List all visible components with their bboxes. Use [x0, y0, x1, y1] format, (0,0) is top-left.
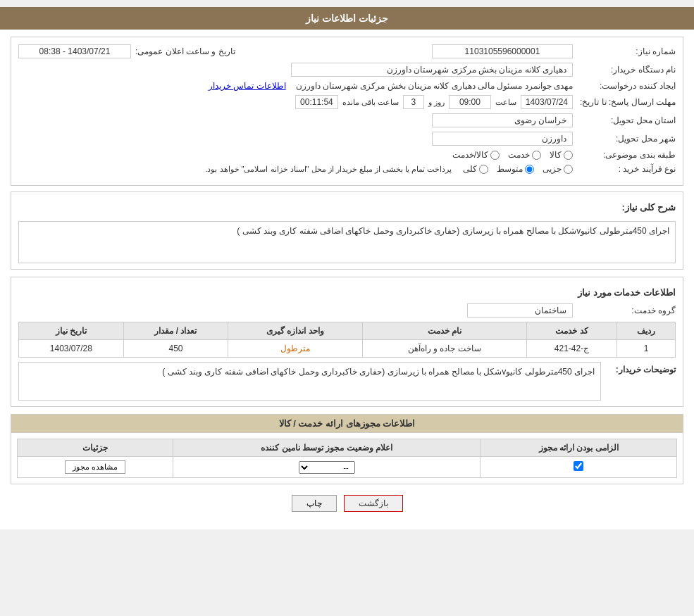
- col-quantity: تعداد / مقدار: [123, 322, 228, 340]
- province-row: استان محل تحویل: خراسان رضوی: [18, 113, 676, 127]
- permits-title: اطلاعات مجوزهای ارائه خدمت / کالا: [11, 415, 683, 433]
- public-announce-label: تاریخ و ساعت اعلان عمومی:: [135, 46, 235, 56]
- view-permit-button[interactable]: مشاهده مجوز: [65, 460, 125, 474]
- radio-product-label: کالا: [550, 150, 562, 160]
- permits-section: اطلاعات مجوزهای ارائه خدمت / کالا الزامی…: [11, 414, 683, 484]
- perm-col-details: جزئیات: [18, 439, 173, 457]
- cell-quantity: 450: [123, 340, 228, 358]
- cell-unit: مترطول: [228, 340, 362, 358]
- need-number-row: شماره نیاز: 1103105596000001 تاریخ و ساع…: [18, 44, 676, 58]
- col-service-code: کد خدمت: [527, 322, 617, 340]
- city-row: شهر محل تحویل: داورزن: [18, 132, 676, 146]
- main-info-section: شماره نیاز: 1103105596000001 تاریخ و ساع…: [11, 37, 683, 186]
- perm-table-row: -- مشاهده مجوز: [18, 457, 677, 478]
- header-title: جزئیات اطلاعات نیاز: [306, 13, 388, 24]
- send-date-label: مهلت ارسال پاسخ: تا تاریخ:: [577, 97, 676, 107]
- permits-table: الزامی بودن ارائه مجوز اعلام وضعیت مجوز …: [17, 439, 677, 478]
- cell-code: ج-42-421: [527, 340, 617, 358]
- buyer-org-row: نام دستگاه خریدار: دهیاری کلانه مزینان ب…: [18, 63, 676, 77]
- radio-medium-label: متوسط: [497, 164, 523, 174]
- perm-status-select[interactable]: --: [299, 461, 355, 474]
- send-time-label: ساعت: [495, 98, 516, 107]
- radio-product-service-item: کالا/خدمت: [452, 150, 500, 160]
- radio-medium-item: متوسط: [497, 164, 534, 174]
- service-group-value: ساختمان: [467, 303, 573, 318]
- purchase-type-label: نوع فرآیند خرید :: [577, 164, 676, 174]
- perm-status-cell: --: [173, 457, 480, 478]
- need-desc-row: شرح کلی نیاز:: [18, 198, 676, 217]
- radio-total-item: کلی: [463, 164, 488, 174]
- cell-row-num: 1: [617, 340, 676, 358]
- perm-col-required: الزامی بودن ارائه مجوز: [481, 439, 677, 457]
- perm-col-status: اعلام وضعیت مجوز توسط نامین کننده: [173, 439, 480, 457]
- send-date-row: مهلت ارسال پاسخ: تا تاریخ: 1403/07/24 سا…: [18, 95, 676, 109]
- permits-header: الزامی بودن ارائه مجوز اعلام وضعیت مجوز …: [18, 439, 677, 457]
- category-label: طبقه بندی موضوعی:: [577, 150, 676, 160]
- radio-product-item: کالا: [550, 150, 573, 160]
- buyer-org-label: نام دستگاه خریدار:: [577, 65, 676, 75]
- need-description-section: شرح کلی نیاز: اجرای 450مترطولی کانیوvشکل…: [11, 191, 683, 270]
- action-buttons: بازگشت چاپ: [11, 495, 683, 512]
- service-table-row: 1 ج-42-421 ساخت جاده و راه‌آهن مترطول 45…: [19, 340, 676, 358]
- purchase-type-row: نوع فرآیند خرید : جزیی متوسط کلی: [18, 164, 676, 174]
- radio-total-label: کلی: [463, 164, 477, 174]
- city-value: داورزن: [432, 132, 573, 146]
- purchase-radio-group: جزیی متوسط کلی: [463, 164, 573, 174]
- service-info-title: اطلاعات خدمات مورد نیاز: [18, 287, 676, 298]
- need-number-value: 1103105596000001: [432, 44, 573, 58]
- radio-total-input[interactable]: [479, 165, 488, 174]
- buyer-desc-text: اجرای 450مترطولی کانیوvشکل با مصالح همرا…: [18, 362, 601, 401]
- radio-product-input[interactable]: [564, 151, 573, 160]
- contact-link[interactable]: اطلاعات تماس خریدار: [209, 81, 286, 91]
- col-unit: واحد اندازه گیری: [228, 322, 362, 340]
- need-number-label: شماره نیاز:: [577, 46, 676, 56]
- back-button[interactable]: بازگشت: [344, 495, 403, 512]
- need-desc-text: اجرای 450مترطولی کانیوvشکل با مصالح همرا…: [18, 221, 676, 263]
- province-label: استان محل تحویل:: [577, 115, 676, 125]
- radio-service-input[interactable]: [532, 151, 541, 160]
- col-service-name: نام خدمت: [362, 322, 526, 340]
- radio-product-service-label: کالا/خدمت: [452, 150, 488, 160]
- send-remain-value: 00:11:54: [295, 95, 338, 109]
- send-days-label: روز و: [428, 98, 445, 107]
- purchase-note: پرداخت تمام یا بخشی از مبلغ خریدار از مح…: [205, 165, 452, 174]
- service-group-row: گروه خدمت: ساختمان: [18, 303, 676, 318]
- buyer-org-value: دهیاری کلانه مزینان بخش مرکزی شهرستان دا…: [291, 63, 573, 77]
- radio-partial-input[interactable]: [564, 165, 573, 174]
- city-label: شهر محل تحویل:: [577, 134, 676, 144]
- province-value: خراسان رضوی: [432, 113, 573, 127]
- radio-service-item: خدمت: [508, 150, 541, 160]
- need-desc-title: شرح کلی نیاز:: [621, 202, 676, 213]
- radio-medium-input[interactable]: [525, 165, 534, 174]
- cell-name: ساخت جاده و راه‌آهن: [362, 340, 526, 358]
- service-table-header: ردیف کد خدمت نام خدمت واحد اندازه گیری ت…: [19, 322, 676, 340]
- radio-product-service-input[interactable]: [490, 151, 500, 160]
- creator-row: ایجاد کننده درخواست: مهدی جوانمرد مسئول …: [18, 81, 676, 91]
- creator-label: ایجاد کننده درخواست:: [577, 81, 676, 91]
- buyer-desc-row: توضیحات خریدار: اجرای 450مترطولی کانیوvش…: [18, 362, 676, 401]
- service-table: ردیف کد خدمت نام خدمت واحد اندازه گیری ت…: [18, 322, 676, 358]
- creator-value: مهدی جوانمرد مسئول مالی دهیاری کلانه مزی…: [296, 81, 573, 91]
- radio-partial-item: جزیی: [543, 164, 573, 174]
- col-row-num: ردیف: [617, 322, 676, 340]
- buyer-desc-label: توضیحات خریدار:: [605, 362, 676, 375]
- send-date-value: 1403/07/24: [521, 95, 573, 109]
- service-info-section: اطلاعات خدمات مورد نیاز گروه خدمت: ساختم…: [11, 277, 683, 407]
- public-announce-value: 1403/07/21 - 08:38: [18, 44, 131, 58]
- category-row: طبقه بندی موضوعی: کالا خدمت کالا/خدمت: [18, 150, 676, 160]
- print-button[interactable]: چاپ: [292, 495, 337, 512]
- send-days-value: 3: [403, 95, 424, 109]
- send-remain-label: ساعت باقی مانده: [342, 98, 399, 107]
- radio-service-label: خدمت: [508, 150, 530, 160]
- perm-required-cell: [481, 457, 677, 478]
- col-need-date: تاریخ نیاز: [19, 322, 124, 340]
- radio-partial-label: جزیی: [543, 164, 562, 174]
- page-header: جزئیات اطلاعات نیاز: [0, 7, 694, 30]
- category-radio-group: کالا خدمت کالا/خدمت: [452, 150, 573, 160]
- service-group-label: گروه خدمت:: [577, 306, 676, 315]
- send-time-value: 09:00: [449, 95, 491, 109]
- cell-date: 1403/07/28: [19, 340, 124, 358]
- perm-required-checkbox[interactable]: [574, 461, 583, 471]
- perm-details-cell: مشاهده مجوز: [18, 457, 173, 478]
